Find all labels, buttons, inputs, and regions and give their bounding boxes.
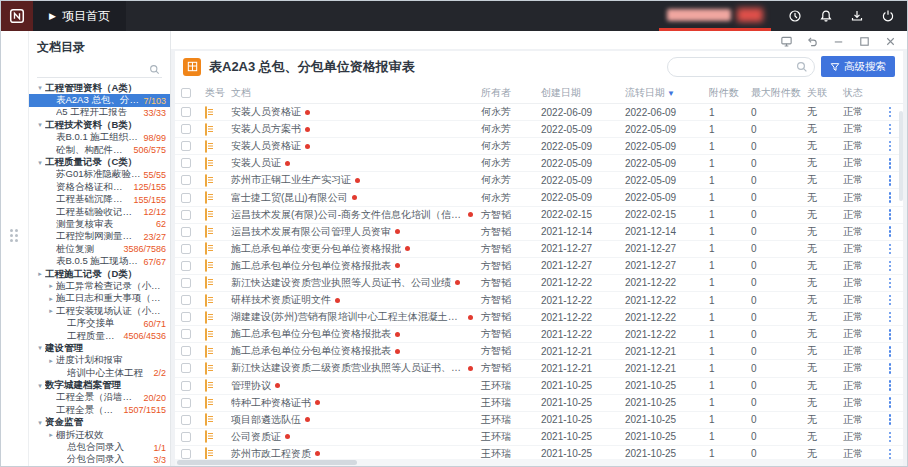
table-row[interactable]: 运昌技术发展有限公司管理人员资审 方智韬 2021-12-14 2021-12-… xyxy=(175,224,903,241)
screen-cast-icon[interactable] xyxy=(779,34,793,48)
row-menu-icon[interactable] xyxy=(883,244,897,255)
row-menu-icon[interactable] xyxy=(883,414,897,425)
row-checkbox[interactable] xyxy=(181,398,191,408)
table-row[interactable]: 施工总承包单位分包单位资格报批表 方智韬 2021-12-21 2021-12-… xyxy=(175,343,903,360)
row-checkbox[interactable] xyxy=(181,227,191,237)
table-row[interactable]: 苏州市正钢工业生产实习证 何永芳 2022-05-09 2022-05-09 1… xyxy=(175,172,903,189)
sidebar-tree-item[interactable]: 工程基础验收记录表 12/12 xyxy=(29,206,170,218)
sidebar-tree-item[interactable]: 测量复核审表 62 xyxy=(29,218,170,230)
search-icon[interactable] xyxy=(796,61,808,73)
document-name[interactable]: 安装人员资格证 xyxy=(231,105,301,119)
undo-icon[interactable] xyxy=(805,34,819,48)
row-menu-icon[interactable] xyxy=(883,380,897,391)
advanced-search-button[interactable]: 高级搜索 xyxy=(821,56,895,77)
row-checkbox[interactable] xyxy=(181,329,191,339)
table-row[interactable]: 项目部遴选队伍 王环瑞 2021-10-25 2021-10-25 1 0 无 … xyxy=(175,412,903,429)
row-checkbox[interactable] xyxy=(181,244,191,254)
row-menu-icon[interactable] xyxy=(883,175,897,186)
table-row[interactable]: 施工总承包单位分包单位资格报批表 方智韬 2021-12-22 2021-12-… xyxy=(175,326,903,343)
sidebar-tree-item[interactable]: 表A2A3 总包、分包… 7/103 xyxy=(29,94,170,106)
table-row[interactable]: 新江快达建设资质二级资质营业执照等人员证书、公司业绩 方智韬 2021-12-2… xyxy=(175,360,903,377)
table-row[interactable]: 施工总承包单位变更分包单位资格报批 方智韬 2021-12-27 2021-12… xyxy=(175,241,903,258)
table-row[interactable]: 安装人员方案书 何永芳 2022-05-09 2022-05-09 1 0 无 … xyxy=(175,121,903,138)
sidebar-tree-item[interactable]: 工程基础沉降观测记录 155/155 xyxy=(29,194,170,206)
document-name[interactable]: 安装人员证 xyxy=(231,156,281,170)
notifications-icon[interactable] xyxy=(818,9,833,24)
document-name[interactable]: 苏州市正钢工业生产实习证 xyxy=(231,173,351,187)
row-checkbox[interactable] xyxy=(181,261,191,271)
row-checkbox[interactable] xyxy=(181,295,191,305)
document-name[interactable]: 研样技术资质证明文件 xyxy=(231,293,331,307)
row-menu-icon[interactable] xyxy=(883,278,897,289)
sidebar-search-input[interactable] xyxy=(37,61,162,78)
document-name[interactable]: 安装人员资格证 xyxy=(231,139,301,153)
sidebar-tree-item[interactable]: ▸ 棚拆迁权效 xyxy=(29,429,170,441)
row-menu-icon[interactable] xyxy=(883,329,897,340)
sidebar-tree-item[interactable]: ▾ 工程技术资料（B类） xyxy=(29,119,170,131)
document-name[interactable]: 施工总承包单位变更分包单位资格报批 xyxy=(231,242,401,256)
table-row[interactable]: 特种工种资格证书 王环瑞 2021-10-25 2021-10-25 1 0 无… xyxy=(175,395,903,412)
minimize-icon[interactable] xyxy=(831,34,845,48)
col-flow-date[interactable]: 流转日期▼ xyxy=(625,86,709,100)
sidebar-tree-item[interactable]: 表B.0.1 施工组织设计… 98/99 xyxy=(29,132,170,144)
row-checkbox[interactable] xyxy=(181,449,191,459)
document-name[interactable]: 苏州市政工程资质 xyxy=(231,447,311,459)
sidebar-tree-item[interactable]: 总包合同录入 1/1 xyxy=(29,441,170,453)
sidebar-tree-item[interactable]: ▸ 工程施工记录（D类） xyxy=(29,268,170,280)
sidebar-tree-item[interactable]: ▸ 工程安装现场认证（小类） xyxy=(29,305,170,317)
row-checkbox[interactable] xyxy=(181,278,191,288)
table-row[interactable]: 安装人员资格证 何永芳 2022-06-09 2022-06-09 1 0 无 … xyxy=(175,104,903,121)
sidebar-tree-item[interactable]: ▾ 工程管理资料（A类） xyxy=(29,82,170,94)
row-menu-icon[interactable] xyxy=(883,141,897,152)
sidebar-tree-item[interactable]: 工程全景（不带稳施） 1507/1515 xyxy=(29,404,170,416)
row-checkbox[interactable] xyxy=(181,415,191,425)
sidebar-tree-item[interactable]: 桩位复测 3586/7586 xyxy=(29,243,170,255)
row-checkbox[interactable] xyxy=(181,346,191,356)
row-menu-icon[interactable] xyxy=(883,107,897,118)
vertical-scrollbar[interactable] xyxy=(899,111,903,201)
row-menu-icon[interactable] xyxy=(883,192,897,203)
sidebar-tree-item[interactable]: 工程质量验收记录 4506/4536 xyxy=(29,330,170,342)
maximize-icon[interactable] xyxy=(857,34,871,48)
sidebar-tree-item[interactable]: 工程控制网测量记录 23/27 xyxy=(29,231,170,243)
table-row[interactable]: 施工总承包单位分包单位资格报批表 方智韬 2021-12-27 2021-12-… xyxy=(175,258,903,275)
table-row[interactable]: 安装人员证 何永芳 2022-05-09 2022-05-09 1 0 无 正常 xyxy=(175,155,903,172)
document-name[interactable]: 施工总承包单位分包单位资格报批表 xyxy=(231,327,391,341)
row-checkbox[interactable] xyxy=(181,124,191,134)
select-all-checkbox[interactable] xyxy=(181,88,191,98)
document-name[interactable]: 施工总承包单位分包单位资格报批表 xyxy=(231,344,391,358)
sidebar-tree-item[interactable]: ▸ 进度计划和报审 xyxy=(29,355,170,367)
table-row[interactable]: 富士捷工贸(昆山)有限公司 何永芳 2022-05-09 2022-05-09 … xyxy=(175,189,903,206)
row-checkbox[interactable] xyxy=(181,210,191,220)
row-menu-icon[interactable] xyxy=(883,432,897,443)
history-icon[interactable] xyxy=(787,9,802,24)
row-checkbox[interactable] xyxy=(181,381,191,391)
document-name[interactable]: 运昌技术发展有限公司管理人员资审 xyxy=(231,225,391,239)
sidebar-tree-item[interactable]: ▾ 数字城建档案管理 xyxy=(29,379,170,391)
row-menu-icon[interactable] xyxy=(883,363,897,374)
row-checkbox[interactable] xyxy=(181,363,191,373)
table-row[interactable]: 新江快达建设资质营业执照等人员证书、公司业绩 方智韬 2021-12-22 20… xyxy=(175,275,903,292)
row-menu-icon[interactable] xyxy=(883,346,897,357)
row-menu-icon[interactable] xyxy=(883,158,897,169)
document-name[interactable]: 安装人员方案书 xyxy=(231,122,301,136)
document-name[interactable]: 特种工种资格证书 xyxy=(231,396,311,410)
sidebar-tree-item[interactable]: 工程全景（沿墙时） 20/20 xyxy=(29,392,170,404)
row-menu-icon[interactable] xyxy=(883,295,897,306)
row-checkbox[interactable] xyxy=(181,158,191,168)
document-name[interactable]: 湖建建设(苏州)营销有限培训中心工程主体混凝土工程施工（劳务） xyxy=(231,310,464,324)
close-icon[interactable] xyxy=(883,34,897,48)
document-name[interactable]: 富士捷工贸(昆山)有限公司 xyxy=(231,191,348,205)
document-name[interactable]: 新江快达建设资质二级资质营业执照等人员证书、公司业绩 xyxy=(231,361,464,375)
table-row[interactable]: 苏州市政工程资质 王环瑞 2021-10-25 2021-10-25 1 0 无… xyxy=(175,446,903,459)
row-checkbox[interactable] xyxy=(181,193,191,203)
table-row[interactable]: 安装人员资格证 何永芳 2022-05-09 2022-05-09 1 0 无 … xyxy=(175,138,903,155)
row-checkbox[interactable] xyxy=(181,107,191,117)
sidebar-tree-item[interactable]: 资格合格证和报审记录 125/155 xyxy=(29,181,170,193)
row-checkbox[interactable] xyxy=(181,141,191,151)
table-row[interactable]: 湖建建设(苏州)营销有限培训中心工程主体混凝土工程施工（劳务） 方智韬 2021… xyxy=(175,309,903,326)
collapse-handle-icon[interactable] xyxy=(10,229,18,242)
table-row[interactable]: 公司资质证 王环瑞 2021-10-25 2021-10-25 1 0 无 正常 xyxy=(175,429,903,446)
document-name[interactable]: 运昌技术发展(有限)公司-商务文件信息化培训（信息化）-2022.2.1.准 xyxy=(231,208,464,222)
row-checkbox[interactable] xyxy=(181,312,191,322)
